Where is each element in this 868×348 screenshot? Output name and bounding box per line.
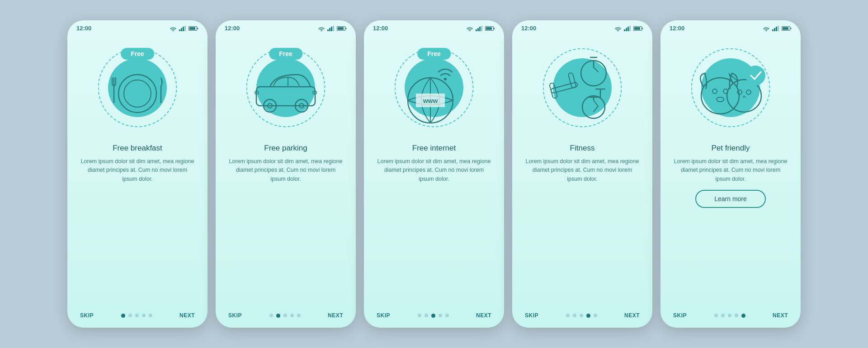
- illustration-free-internet: Free www: [389, 38, 479, 137]
- skip-button[interactable]: SKIP: [673, 312, 687, 319]
- signal-icon: [624, 26, 631, 31]
- bottom-nav: SKIPNEXT: [512, 306, 652, 328]
- signal-icon: [772, 26, 779, 31]
- skip-button[interactable]: SKIP: [228, 312, 242, 319]
- free-badge: Free: [269, 48, 302, 60]
- phone-fitness: 12:00: [512, 20, 652, 328]
- dot-2: [283, 314, 287, 317]
- bottom-nav: SKIPNEXT: [364, 306, 504, 328]
- dot-3: [586, 314, 590, 318]
- svg-rect-14: [327, 29, 329, 31]
- phone-pet-friendly: 12:00: [660, 20, 801, 328]
- dot-0: [269, 314, 273, 317]
- next-button[interactable]: NEXT: [328, 312, 343, 319]
- screen-title: Free internet: [377, 144, 491, 153]
- status-bar: 12:00: [67, 20, 208, 33]
- next-button[interactable]: NEXT: [476, 312, 491, 319]
- dot-4: [297, 314, 301, 317]
- status-icons: [318, 26, 347, 31]
- dot-0: [418, 314, 421, 317]
- svg-point-68: [717, 97, 724, 102]
- status-icons: [614, 26, 643, 31]
- phone-content-free-internet: Free internetLorem ipsum dolor sit dim a…: [364, 137, 504, 306]
- dot-2: [431, 314, 435, 318]
- status-time: 12:00: [373, 25, 388, 32]
- free-badge: Free: [121, 48, 154, 60]
- phone-content-free-parking: Free parkingLorem ipsum dolor sit dim am…: [216, 137, 356, 306]
- skip-button[interactable]: SKIP: [525, 312, 538, 319]
- skip-button[interactable]: SKIP: [377, 312, 390, 319]
- next-button[interactable]: NEXT: [624, 312, 640, 319]
- svg-rect-1: [181, 28, 182, 31]
- phone-free-breakfast: 12:00 Free: [67, 20, 208, 328]
- dot-3: [735, 314, 738, 317]
- svg-rect-19: [338, 27, 344, 30]
- dot-1: [128, 314, 132, 317]
- svg-rect-0: [179, 29, 180, 31]
- svg-rect-40: [626, 28, 627, 31]
- phone-content-free-breakfast: Free breakfastLorem ipsum dolor sit dim …: [67, 137, 208, 306]
- learn-more-button[interactable]: Learn more: [695, 190, 766, 208]
- dot-4: [594, 314, 597, 317]
- svg-rect-64: [783, 27, 788, 30]
- svg-line-58: [594, 106, 598, 112]
- signal-icon: [179, 26, 186, 31]
- phone-free-parking: 12:00 Free: [216, 20, 356, 328]
- status-bar: 12:00: [216, 20, 356, 33]
- status-icons: [763, 26, 792, 31]
- phones-container: 12:00 Free: [67, 20, 801, 328]
- phone-content-fitness: FitnessLorem ipsum dolor sit dim amet, m…: [512, 137, 652, 306]
- battery-icon: [189, 26, 198, 31]
- dot-0: [566, 314, 570, 317]
- progress-dots: [121, 314, 152, 318]
- svg-rect-42: [629, 26, 631, 31]
- wifi-icon: [170, 26, 177, 31]
- wifi-icon: [614, 26, 622, 31]
- screen-body: Lorem ipsum dolor sit dim amet, mea regi…: [80, 157, 195, 183]
- svg-rect-41: [627, 27, 629, 31]
- svg-rect-15: [329, 28, 330, 31]
- dot-0: [121, 314, 125, 318]
- breakfast-icon: [101, 51, 174, 125]
- status-bar: 12:00: [660, 20, 801, 33]
- next-button[interactable]: NEXT: [773, 312, 788, 319]
- phone-free-internet: 12:00 Free www: [364, 20, 504, 328]
- dot-2: [728, 314, 731, 317]
- dot-4: [149, 314, 152, 317]
- dot-3: [290, 314, 294, 317]
- svg-point-71: [746, 90, 751, 94]
- svg-point-72: [745, 66, 765, 85]
- progress-dots: [566, 314, 597, 318]
- svg-point-66: [712, 89, 717, 94]
- progress-dots: [714, 314, 745, 318]
- dot-3: [142, 314, 146, 317]
- illustration-fitness: [537, 38, 627, 137]
- screen-body: Lorem ipsum dolor sit dim amet, mea regi…: [228, 157, 343, 183]
- bottom-nav: SKIPNEXT: [216, 306, 356, 328]
- status-icons: [170, 26, 198, 31]
- svg-rect-44: [634, 27, 640, 30]
- skip-button[interactable]: SKIP: [80, 312, 94, 319]
- dot-1: [573, 314, 576, 317]
- svg-rect-28: [476, 29, 477, 31]
- next-button[interactable]: NEXT: [179, 312, 195, 319]
- battery-icon: [633, 26, 643, 31]
- signal-icon: [327, 26, 335, 31]
- svg-rect-5: [189, 27, 195, 30]
- battery-icon: [485, 26, 495, 31]
- svg-line-57: [594, 100, 598, 106]
- illustration-pet-friendly: [685, 38, 776, 137]
- dot-2: [135, 314, 139, 317]
- svg-rect-16: [331, 27, 332, 31]
- svg-rect-29: [477, 28, 479, 31]
- dot-0: [714, 314, 718, 317]
- svg-rect-39: [624, 29, 625, 31]
- free-badge: Free: [417, 48, 451, 60]
- screen-title: Free breakfast: [80, 144, 195, 153]
- dot-1: [425, 314, 428, 317]
- screen-title: Pet friendly: [673, 144, 788, 153]
- dot-1: [276, 314, 280, 318]
- status-icons: [466, 26, 495, 31]
- dot-3: [439, 314, 442, 317]
- status-time: 12:00: [76, 25, 91, 32]
